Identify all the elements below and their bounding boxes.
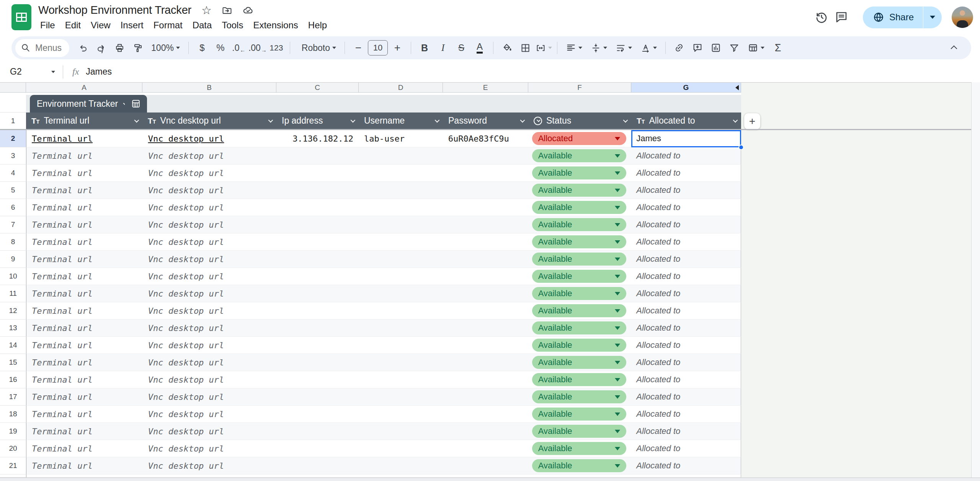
cell-password[interactable]: [443, 320, 528, 336]
cell-allocated-to[interactable]: Allocated to: [631, 337, 741, 354]
cell-terminal-url[interactable]: Terminal url: [26, 302, 143, 319]
cell-ip-address[interactable]: [276, 354, 359, 371]
column-header-B[interactable]: B: [142, 83, 276, 92]
vertical-align-button[interactable]: [587, 39, 611, 57]
table-options-tab[interactable]: [125, 95, 147, 113]
insert-chart-button[interactable]: [707, 39, 725, 57]
row-header-4[interactable]: 4: [0, 165, 26, 182]
cell-username[interactable]: [359, 320, 443, 336]
status-chip-available[interactable]: Available: [532, 373, 627, 386]
cell-allocated-to[interactable]: Allocated to: [631, 147, 741, 164]
column-header-D[interactable]: D: [359, 83, 443, 92]
cloud-saved-icon[interactable]: [242, 5, 254, 16]
cell-vnc-desktop-url[interactable]: Vnc desktop url: [143, 388, 277, 405]
cell-vnc-desktop-url[interactable]: Vnc desktop url: [143, 233, 277, 250]
cell-terminal-url[interactable]: Terminal url: [26, 147, 143, 164]
increase-font-size-button[interactable]: +: [389, 39, 406, 57]
cell-password[interactable]: [443, 440, 528, 457]
table-column-header-allocated-to[interactable]: TTAllocated to: [631, 113, 741, 129]
cell-terminal-url[interactable]: Terminal url: [26, 130, 143, 147]
share-dropdown-arrow[interactable]: [923, 7, 942, 28]
column-header-C[interactable]: C: [276, 83, 359, 92]
cell-allocated-to[interactable]: Allocated to: [631, 371, 741, 388]
cell-vnc-desktop-url[interactable]: Vnc desktop url: [143, 337, 277, 354]
cell-vnc-desktop-url[interactable]: Vnc desktop url: [143, 182, 277, 199]
cell-terminal-url[interactable]: Terminal url: [26, 423, 143, 440]
row-header-5[interactable]: 5: [0, 182, 26, 199]
cell-username[interactable]: [359, 457, 443, 474]
cell-username[interactable]: lab-user: [359, 130, 443, 147]
menu-edit[interactable]: Edit: [60, 18, 86, 32]
cell-terminal-url[interactable]: Terminal url: [26, 388, 143, 405]
cell-vnc-desktop-url[interactable]: Vnc desktop url: [143, 423, 277, 440]
cell-ip-address[interactable]: [276, 285, 359, 302]
row-header-19[interactable]: 19: [0, 423, 26, 440]
status-chip-available[interactable]: Available: [532, 184, 627, 197]
menu-file[interactable]: File: [35, 18, 60, 32]
cell-username[interactable]: [359, 182, 443, 199]
version-history-icon[interactable]: [812, 7, 831, 27]
row-header-10[interactable]: 10: [0, 268, 26, 285]
cell-username[interactable]: [359, 354, 443, 371]
select-all-corner[interactable]: [0, 83, 26, 92]
cell-allocated-to[interactable]: Allocated to: [631, 406, 741, 422]
menu-tools[interactable]: Tools: [217, 18, 248, 32]
document-title[interactable]: Workshop Environment Tracker: [38, 4, 191, 16]
cell-username[interactable]: [359, 337, 443, 354]
cell-ip-address[interactable]: [276, 320, 359, 336]
menu-format[interactable]: Format: [149, 18, 188, 32]
cell-password[interactable]: [443, 423, 528, 440]
cell-ip-address[interactable]: [276, 388, 359, 405]
cell-ip-address[interactable]: [276, 147, 359, 164]
cell-password[interactable]: [443, 165, 528, 181]
format-percent-button[interactable]: %: [212, 39, 229, 57]
decrease-font-size-button[interactable]: −: [350, 39, 367, 57]
cell-allocated-to[interactable]: Allocated to: [631, 233, 741, 250]
cell-ip-address[interactable]: [276, 457, 359, 474]
row-header-7[interactable]: 7: [0, 216, 26, 233]
print-button[interactable]: [111, 39, 128, 57]
fill-color-button[interactable]: [498, 39, 516, 57]
row-header-13[interactable]: 13: [0, 320, 26, 337]
cell-terminal-url[interactable]: Terminal url: [26, 337, 143, 354]
cell-ip-address[interactable]: [276, 165, 359, 181]
cell-vnc-desktop-url[interactable]: Vnc desktop url: [143, 268, 277, 285]
fill-handle[interactable]: [738, 145, 744, 150]
cell-ip-address[interactable]: [276, 199, 359, 216]
increase-decimal-button[interactable]: .00→: [248, 39, 267, 57]
row-header-11[interactable]: 11: [0, 285, 26, 302]
cell-ip-address[interactable]: [276, 216, 359, 233]
cell-ip-address[interactable]: [276, 251, 359, 267]
comments-icon[interactable]: [831, 7, 851, 27]
cell-allocated-to[interactable]: Allocated to: [631, 165, 741, 181]
status-chip-available[interactable]: Available: [532, 408, 627, 421]
cell-password[interactable]: [443, 182, 528, 199]
cell-allocated-to[interactable]: Allocated to: [631, 182, 741, 199]
cell-password[interactable]: 6uR0Ae83fC9u: [443, 130, 528, 147]
cell-vnc-desktop-url[interactable]: Vnc desktop url: [143, 371, 277, 388]
cell-ip-address[interactable]: [276, 440, 359, 457]
cell-password[interactable]: [443, 199, 528, 216]
cell-username[interactable]: [359, 285, 443, 302]
cell-vnc-desktop-url[interactable]: Vnc desktop url: [143, 457, 277, 474]
table-column-header-ip-address[interactable]: Ip address: [276, 113, 359, 129]
insert-link-button[interactable]: [670, 39, 688, 57]
undo-button[interactable]: [74, 39, 91, 57]
cell-password[interactable]: [443, 302, 528, 319]
star-icon[interactable]: ☆: [201, 5, 212, 16]
cell-password[interactable]: [443, 457, 528, 474]
cell-allocated-to[interactable]: Allocated to: [631, 354, 741, 371]
row-header-9[interactable]: 9: [0, 251, 26, 268]
name-box[interactable]: G2: [0, 67, 61, 77]
paint-format-button[interactable]: [129, 39, 147, 57]
cell-allocated-to[interactable]: Allocated to: [631, 320, 741, 336]
cell-allocated-to[interactable]: Allocated to: [631, 285, 741, 302]
cell-ip-address[interactable]: [276, 182, 359, 199]
column-header-G[interactable]: G: [631, 83, 741, 92]
cell-password[interactable]: [443, 371, 528, 388]
horizontal-align-button[interactable]: [562, 39, 586, 57]
cell-terminal-url[interactable]: Terminal url: [26, 199, 143, 216]
status-chip-available[interactable]: Available: [532, 339, 627, 352]
cell-vnc-desktop-url[interactable]: Vnc desktop url: [143, 320, 277, 336]
borders-button[interactable]: [516, 39, 534, 57]
